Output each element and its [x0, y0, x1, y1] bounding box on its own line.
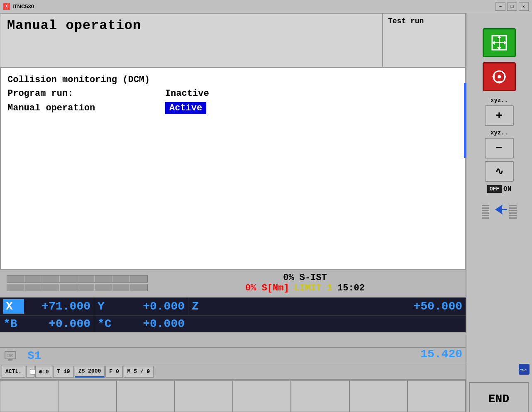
- softkey-row: [0, 379, 466, 412]
- softkey-6[interactable]: [291, 380, 349, 412]
- right-arrows-area: [466, 198, 532, 226]
- b-axis-cell: *B +0.000: [0, 316, 94, 332]
- title-bar-left: X iTNC530: [3, 3, 34, 10]
- c-axis-label: *C: [98, 317, 118, 330]
- y-axis-value: +0.000: [118, 300, 185, 313]
- checkbox-item: [26, 366, 34, 378]
- s1-label: S1: [21, 348, 48, 364]
- m-item: M 5 / 9: [124, 366, 154, 378]
- minimize-button[interactable]: −: [495, 2, 505, 11]
- grid-icon-left: [482, 205, 489, 219]
- off-label: OFF: [487, 185, 502, 193]
- softkey-5[interactable]: [233, 380, 291, 412]
- actl-item: ACTL.: [2, 366, 25, 378]
- svg-text:CNC: CNC: [520, 368, 527, 372]
- cnc-logo: CNC: [519, 364, 530, 375]
- close-button[interactable]: ✕: [519, 2, 529, 11]
- program-run-button[interactable]: [483, 28, 516, 57]
- x-axis-cell: X +71.000: [0, 297, 94, 315]
- xyz-plus-section: xyz.. +: [466, 94, 532, 126]
- softkey-1[interactable]: [0, 380, 58, 412]
- grid-icon-right: [509, 205, 517, 219]
- test-run-box: Test run: [383, 13, 466, 67]
- softkey-7[interactable]: [349, 380, 408, 412]
- active-badge: Active: [165, 102, 206, 114]
- axis-empty-row: [0, 332, 466, 347]
- c-axis-cell: *C +0.000: [94, 316, 280, 332]
- z-axis-cell: Z +50.000: [188, 297, 466, 315]
- x-axis-label: X: [3, 299, 24, 314]
- test-run-label: Test run: [388, 17, 424, 25]
- off-on-toggle: OFF ON: [466, 183, 532, 195]
- spindle-button[interactable]: [483, 62, 516, 91]
- program-run-icon: [489, 32, 510, 53]
- status-checkbox[interactable]: [30, 369, 35, 375]
- softkey-3[interactable]: [117, 380, 175, 412]
- axis-display: X +71.000 Y +0.000 Z +50.000 *B +0.000: [0, 297, 466, 347]
- empty-axis-cell: [280, 316, 466, 332]
- z-axis-label: Z: [192, 300, 212, 313]
- wave-button[interactable]: ∿: [485, 161, 514, 182]
- xyz-minus-label: xyz..: [466, 128, 532, 138]
- svg-text:CNC: CNC: [7, 354, 14, 358]
- left-panel: Manual operation Test run Collision moni…: [0, 13, 466, 412]
- s1-row: CNC S1 15.420: [0, 347, 466, 364]
- header-area: Manual operation Test run: [0, 13, 466, 67]
- status-bar-area: 0% S-IST 0% S[Nm] LIMIT 1 15:02: [0, 270, 466, 297]
- header-title-box: Manual operation: [0, 13, 383, 67]
- green-button-container: [483, 28, 516, 57]
- coord-item: ⊕:0: [35, 366, 52, 378]
- section-title-row: Collision monitoring (DCM): [7, 75, 458, 85]
- main-layout: Manual operation Test run Collision moni…: [0, 13, 532, 412]
- program-run-row: Program run: Inactive: [7, 88, 458, 99]
- s1-icon-cell: CNC: [0, 348, 21, 364]
- limit-label: LIMIT 1: [294, 283, 332, 293]
- end-button[interactable]: END: [469, 382, 529, 412]
- softkey-4[interactable]: [175, 380, 233, 412]
- section-title: Collision monitoring (DCM): [7, 75, 150, 85]
- xyz-minus-button[interactable]: −: [485, 138, 514, 158]
- title-bar: X iTNC530 − □ ✕: [0, 0, 532, 13]
- s1-value: 15.420: [48, 348, 466, 364]
- softkey-8[interactable]: [408, 380, 466, 412]
- wave-section: ∿ OFF ON: [466, 158, 532, 195]
- red-button-container: [483, 62, 516, 91]
- program-run-value: Inactive: [165, 88, 209, 99]
- content-area: Collision monitoring (DCM) Program run: …: [0, 67, 466, 270]
- xyz-plus-button[interactable]: +: [485, 105, 514, 126]
- manual-op-label: Manual operation: [7, 103, 165, 113]
- torque-label: 0% S[Nm]: [245, 283, 289, 293]
- maximize-button[interactable]: □: [507, 2, 517, 11]
- app-icon: X: [3, 3, 10, 10]
- x-axis-value: +71.000: [24, 300, 90, 313]
- svg-marker-15: [495, 205, 507, 215]
- axis-row-xyz: X +71.000 Y +0.000 Z +50.000: [0, 297, 466, 316]
- right-panel: xyz.. + xyz.. − ∿ OFF ON: [466, 13, 532, 412]
- tool-item: T 19: [53, 366, 73, 378]
- softkey-2[interactable]: [58, 380, 116, 412]
- zs-item: ZS 2000: [75, 366, 105, 378]
- axis-row-bc: *B +0.000 *C +0.000: [0, 316, 466, 332]
- status-row-1: 0% S-IST 0% S[Nm] LIMIT 1 15:02: [7, 273, 459, 293]
- on-label: ON: [503, 185, 511, 193]
- time-display: 15:02: [337, 283, 365, 293]
- spindle-icon: [489, 66, 510, 87]
- arrow-icon: [491, 201, 508, 222]
- y-axis-cell: Y +0.000: [94, 297, 188, 315]
- bottom-status-bar: ACTL. ⊕:0 T 19 ZS 2000 F 0 M 5 / 9: [0, 364, 466, 379]
- gauge-bars: [7, 275, 148, 291]
- gauge-bar-1: [7, 275, 148, 283]
- window-title: iTNC530: [12, 3, 34, 10]
- blue-indicator-bar: [464, 83, 466, 158]
- b-axis-label: *B: [3, 317, 24, 330]
- z-axis-value: +50.000: [212, 300, 462, 313]
- c-axis-value: +0.000: [118, 317, 185, 330]
- xyz-plus-label: xyz..: [466, 95, 532, 105]
- b-axis-value: +0.000: [24, 317, 90, 330]
- manual-op-row: Manual operation Active: [7, 102, 458, 114]
- xyz-minus-section: xyz.. −: [466, 126, 532, 158]
- svg-rect-1: [8, 359, 12, 361]
- window-controls[interactable]: − □ ✕: [495, 2, 529, 11]
- f-item: F 0: [105, 366, 122, 378]
- page-title: Manual operation: [7, 18, 376, 33]
